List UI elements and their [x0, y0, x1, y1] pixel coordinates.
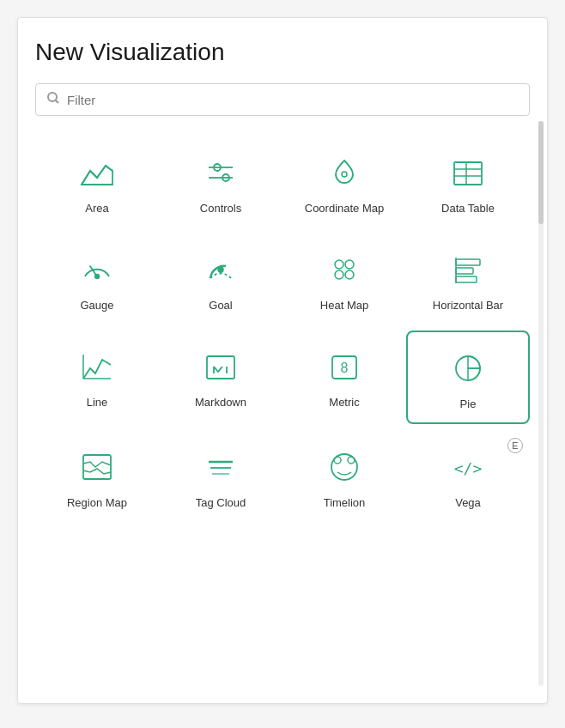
viz-label-markdown: Markdown [195, 396, 246, 410]
viz-item-data-table[interactable]: Data Table [406, 136, 530, 227]
viz-label-heat-map: Heat Map [320, 299, 368, 313]
viz-label-region-map: Region Map [67, 496, 127, 511]
viz-label-gauge: Gauge [80, 299, 113, 313]
svg-point-19 [345, 270, 354, 279]
svg-rect-32 [83, 455, 111, 479]
viz-item-region-map[interactable]: Region Map [35, 431, 159, 521]
pie-icon [446, 346, 490, 391]
svg-marker-2 [82, 166, 112, 185]
viz-label-line: Line [87, 396, 108, 410]
viz-label-horizontal-bar: Horizontal Bar [433, 299, 503, 313]
svg-point-13 [95, 274, 100, 278]
scrollbar-thumb[interactable] [538, 121, 544, 224]
tag-cloud-icon [198, 445, 243, 489]
horizontal-bar-icon [446, 247, 490, 292]
viz-item-heat-map[interactable]: Heat Map [282, 234, 406, 324]
svg-line-1 [56, 100, 59, 104]
viz-item-pie[interactable]: Pie [406, 331, 530, 424]
svg-text:</>: </> [454, 459, 483, 477]
new-visualization-panel: New Visualization AreaControlsCoordinate… [17, 17, 548, 704]
viz-label-vega: Vega [455, 496, 481, 511]
search-bar [35, 83, 530, 116]
viz-label-coordinate-map: Coordinate Map [305, 202, 385, 216]
viz-item-metric[interactable]: 8Metric [282, 331, 406, 424]
svg-point-38 [348, 457, 355, 464]
viz-label-area: Area [85, 202, 108, 216]
viz-label-timelion: Timelion [324, 496, 366, 511]
svg-point-37 [334, 457, 341, 464]
viz-label-controls: Controls [200, 202, 241, 216]
viz-badge-vega: E [507, 438, 523, 453]
svg-rect-21 [456, 268, 473, 274]
filter-input[interactable] [67, 93, 519, 107]
viz-item-horizontal-bar[interactable]: Horizontal Bar [406, 234, 530, 324]
viz-label-goal: Goal [209, 299, 232, 313]
svg-point-17 [345, 260, 354, 269]
line-icon [75, 344, 119, 389]
viz-item-goal[interactable]: 8Goal [159, 234, 282, 324]
svg-text:8: 8 [341, 361, 349, 375]
viz-item-line[interactable]: Line [35, 331, 159, 424]
viz-label-tag-cloud: Tag Cloud [196, 496, 246, 511]
viz-item-tag-cloud[interactable]: Tag Cloud [159, 431, 282, 521]
viz-label-data-table: Data Table [441, 202, 495, 216]
svg-text:8: 8 [218, 265, 223, 275]
viz-item-controls[interactable]: Controls [159, 136, 282, 227]
viz-label-metric: Metric [329, 396, 359, 410]
viz-item-gauge[interactable]: Gauge [35, 234, 159, 324]
timelion-icon [322, 445, 367, 489]
gauge-icon [75, 247, 119, 292]
viz-label-pie: Pie [460, 397, 477, 412]
visualization-grid: AreaControlsCoordinate MapData TableGaug… [35, 136, 530, 521]
markdown-icon [198, 344, 243, 389]
heat-map-icon [322, 247, 367, 292]
viz-item-area[interactable]: Area [35, 136, 159, 227]
svg-point-18 [335, 270, 343, 279]
search-icon [46, 91, 60, 108]
data-table-icon [446, 150, 490, 195]
svg-rect-8 [454, 162, 482, 185]
viz-item-coordinate-map[interactable]: Coordinate Map [282, 136, 406, 227]
controls-icon [198, 150, 243, 195]
svg-point-16 [335, 260, 343, 269]
viz-item-timelion[interactable]: Timelion [282, 431, 406, 521]
vega-icon: </> [446, 445, 490, 489]
coordinate-map-icon [322, 150, 367, 195]
scrollbar-track [538, 121, 544, 686]
svg-point-7 [342, 172, 347, 177]
viz-item-vega[interactable]: </>VegaE [406, 431, 530, 521]
metric-icon: 8 [322, 344, 367, 389]
area-icon [75, 150, 119, 195]
page-title: New Visualization [35, 39, 530, 66]
viz-item-markdown[interactable]: Markdown [159, 331, 282, 424]
svg-rect-20 [456, 259, 480, 265]
svg-rect-22 [456, 276, 477, 282]
goal-icon: 8 [198, 247, 243, 292]
region-map-icon [75, 445, 119, 489]
